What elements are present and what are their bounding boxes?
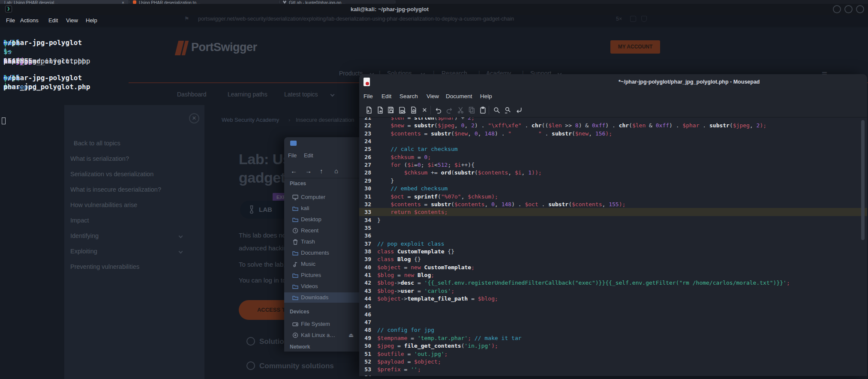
place-recent[interactable]: Recent	[284, 226, 359, 236]
place-kali[interactable]: kali	[284, 203, 359, 214]
line-number: 53	[359, 365, 371, 373]
terminal-menu-edit[interactable]: Edit	[48, 17, 58, 24]
code-text: $jpeg = file_get_contents('in.jpg');	[377, 342, 498, 350]
code-token: $contents	[454, 201, 484, 208]
close-document-icon[interactable]	[421, 106, 429, 114]
home-icon[interactable]: ⌂	[334, 167, 338, 174]
mousepad-menu-search[interactable]: Search	[399, 93, 418, 99]
find-icon[interactable]	[493, 106, 501, 114]
eject-icon[interactable]: ⏏	[348, 332, 354, 338]
place-pictures[interactable]: Pictures	[284, 270, 359, 280]
thunar-folder-icon	[290, 141, 297, 146]
mousepad-menu-file[interactable]: File	[363, 93, 373, 99]
code-token: (	[434, 117, 438, 121]
code-line: 47	[359, 318, 867, 326]
thunar-menu-edit[interactable]: Edit	[304, 153, 313, 159]
line-number: 43	[359, 287, 371, 295]
go-to-line-icon[interactable]	[515, 106, 523, 114]
mousepad-titlebar[interactable]: *~/phar-jpg-polyglot/phar_jpg_polyglot.p…	[359, 74, 867, 90]
tab-close-icon[interactable]: ×	[122, 0, 124, 4]
forward-arrow-icon[interactable]: →	[305, 167, 312, 174]
folder-icon	[292, 283, 298, 289]
place-videos[interactable]: Videos	[284, 281, 359, 292]
terminal-menu-actions[interactable]: Actions	[20, 17, 39, 24]
paste-icon[interactable]	[479, 106, 487, 114]
back-arrow-icon[interactable]: ←	[291, 167, 297, 174]
browser-tab[interactable]: Using PHAR deserialization to…	[129, 0, 279, 4]
close-button[interactable]	[856, 5, 864, 13]
mousepad-menu-view[interactable]: View	[426, 93, 439, 99]
terminal-menu-view[interactable]: View	[66, 17, 78, 24]
line-number: 44	[359, 295, 371, 303]
code-token: (	[434, 122, 438, 129]
mousepad-menu-edit[interactable]: Edit	[381, 93, 391, 99]
save-icon[interactable]	[387, 106, 395, 114]
undo-icon[interactable]	[435, 106, 442, 114]
code-token: (	[572, 130, 575, 137]
tab-title: GitLab - kunte0/phar-jpg-po…	[289, 0, 345, 4]
save-as-icon[interactable]	[399, 106, 406, 114]
code-token: substr	[454, 169, 475, 176]
copy-icon[interactable]	[468, 106, 476, 114]
line-number: 27	[359, 161, 371, 169]
terminal-menu-file[interactable]: File	[6, 17, 15, 24]
code-token: $object	[377, 295, 401, 302]
code-token: Blog	[397, 256, 411, 262]
terminal-menu-help[interactable]: Help	[86, 17, 97, 24]
code-line: 49$tempname = 'temp.tar.phar'; // make i…	[359, 334, 867, 342]
code-token: template_file_path	[407, 295, 468, 302]
code-text: // pop exploit class	[377, 240, 445, 248]
mousepad-menu-document[interactable]: Document	[446, 93, 472, 99]
line-number: 54	[359, 373, 371, 376]
code-token: (	[401, 162, 408, 168]
minimize-button[interactable]	[833, 5, 841, 13]
code-line: 32 $contents = substr($contents, 0, 148)…	[359, 200, 867, 208]
cut-icon[interactable]	[457, 106, 465, 114]
open-document-icon[interactable]	[376, 106, 384, 114]
browser-tab[interactable]: GitLab - kunte0/phar-jpg-po…	[279, 0, 394, 4]
place-documents[interactable]: Documents	[284, 248, 359, 258]
code-text: $oct = sprintf("%07o", $chksum);	[377, 193, 498, 201]
thunar-menu-file[interactable]: File	[288, 153, 297, 159]
terminal-text-segment: test_phar_inject.php	[3, 57, 86, 65]
code-token: ((	[542, 122, 549, 129]
find-replace-icon[interactable]	[504, 106, 512, 114]
code-text: }	[377, 216, 381, 224]
redo-icon[interactable]	[446, 106, 454, 114]
up-arrow-icon[interactable]: ↑	[320, 167, 323, 174]
code-token: =	[421, 130, 431, 137]
code-text: $blog = new Blog;	[377, 271, 434, 279]
maximize-button[interactable]	[844, 5, 853, 13]
code-token: ,	[478, 130, 485, 137]
code-token: $i	[407, 162, 414, 168]
browser-tab[interactable]: Lab: Using PHAR deserial…×	[0, 0, 129, 4]
mousepad-icon	[363, 78, 370, 86]
code-token: 'out.jpg'	[414, 351, 444, 357]
device-kali-linux-a-[interactable]: Kali Linux a…⏏	[284, 330, 359, 340]
code-token	[377, 169, 404, 176]
place-music[interactable]: Music	[284, 259, 359, 269]
code-token: $jpeg	[438, 122, 454, 129]
revert-icon[interactable]	[410, 106, 417, 114]
code-line: 34}	[359, 216, 867, 224]
device-file-system[interactable]: File System	[284, 319, 359, 329]
code-token	[394, 248, 397, 255]
disc-icon	[292, 332, 298, 338]
terminal-icon: ❯	[5, 6, 12, 12]
code-token: .	[538, 201, 548, 208]
editor-scrollbar-thumb[interactable]	[861, 120, 865, 240]
place-trash[interactable]: Trash	[284, 237, 359, 247]
code-token: 1	[528, 169, 532, 176]
place-downloads[interactable]: Downloads	[284, 292, 359, 303]
code-editor[interactable]: 21 $len = strlen($phar) + 2;22 $new = su…	[359, 117, 867, 376]
code-text: $object->template_file_path = $blog;	[377, 295, 498, 303]
place-computer[interactable]: Computer	[284, 192, 359, 202]
new-document-icon[interactable]	[365, 106, 373, 114]
mousepad-menu-help[interactable]: Help	[480, 93, 492, 99]
code-token: }	[377, 217, 381, 223]
folder-icon	[292, 205, 298, 211]
terminal-titlebar[interactable]: ❯ kali@kali: ~/phar-jpg-polyglot	[0, 4, 868, 15]
code-token: chr	[532, 122, 541, 129]
place-desktop[interactable]: Desktop	[284, 214, 359, 225]
code-token: new	[404, 272, 414, 278]
